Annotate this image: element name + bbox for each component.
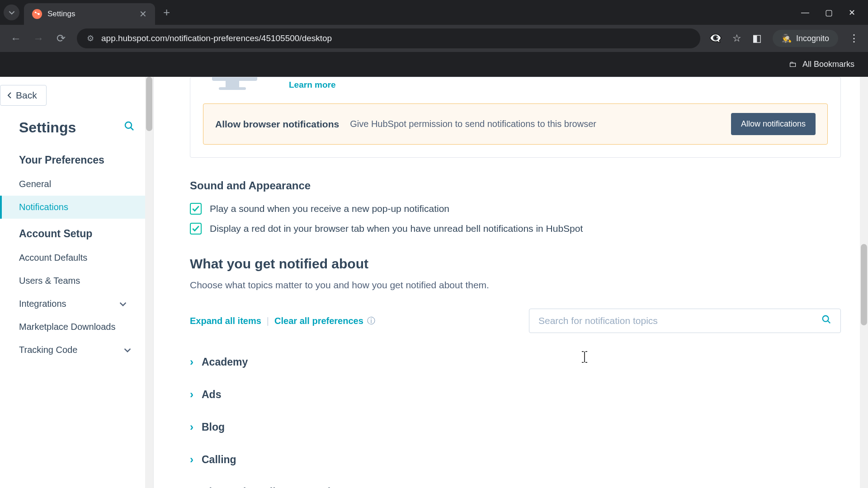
check-label: Play a sound when you receive a new pop-… xyxy=(210,203,449,214)
svg-point-5 xyxy=(823,316,829,322)
topic-label: Chat and email conversations xyxy=(202,486,349,488)
chevron-right-icon: › xyxy=(190,421,193,433)
checkbox-sound[interactable] xyxy=(190,203,202,215)
topic-label: Calling xyxy=(202,454,236,466)
address-bar: ← → ⟳ ⚙ app.hubspot.com/notification-pre… xyxy=(0,25,868,52)
sidebar-item-marketplace[interactable]: Marketplace Downloads xyxy=(0,315,146,338)
new-tab-button[interactable]: + xyxy=(163,5,170,19)
sidebar-item-integrations[interactable]: Integrations xyxy=(0,292,146,315)
search-icon[interactable] xyxy=(124,121,135,135)
controls-row: Expand all items | Clear all preferences… xyxy=(190,309,841,333)
allow-notifications-button[interactable]: Allow notifications xyxy=(731,113,816,135)
bookmarks-bar: 🗀 All Bookmarks xyxy=(0,52,868,77)
check-label: Display a red dot in your browser tab wh… xyxy=(210,223,583,234)
learn-more-link[interactable]: Learn more xyxy=(289,80,335,90)
eye-off-icon[interactable]: 👁‍🗨 xyxy=(709,33,722,44)
allow-notifications-alert: Allow browser notifications Give HubSpot… xyxy=(203,103,828,145)
svg-point-3 xyxy=(125,122,132,128)
chevron-right-icon: › xyxy=(190,356,193,368)
search-icon[interactable] xyxy=(821,314,831,327)
hubspot-favicon xyxy=(32,9,42,19)
search-input[interactable] xyxy=(538,315,821,326)
main-content: Learn more Allow browser notifications G… xyxy=(154,77,868,488)
back-button[interactable]: Back xyxy=(0,85,47,106)
sidebar-item-tracking-code[interactable]: Tracking Code xyxy=(0,338,146,361)
topic-label: Academy xyxy=(202,356,248,368)
minimize-icon[interactable]: — xyxy=(801,8,809,18)
settings-sidebar: Back Settings Your Preferences General N… xyxy=(0,77,154,488)
tab-search-button[interactable] xyxy=(4,5,19,20)
settings-title: Settings xyxy=(19,119,76,136)
all-bookmarks-link[interactable]: All Bookmarks xyxy=(802,60,854,69)
chevron-right-icon: › xyxy=(190,453,193,466)
svg-line-6 xyxy=(828,321,830,324)
sound-appearance-heading: Sound and Appearance xyxy=(190,179,841,192)
tab-bar: Settings ✕ + — ▢ ✕ xyxy=(0,0,868,25)
site-settings-icon[interactable]: ⚙ xyxy=(87,33,94,43)
checkbox-red-dot[interactable] xyxy=(190,223,202,235)
browser-menu-icon[interactable]: ⋮ xyxy=(849,33,859,44)
incognito-icon: 🕵 xyxy=(782,33,792,43)
maximize-icon[interactable]: ▢ xyxy=(825,8,833,18)
tab-close-icon[interactable]: ✕ xyxy=(139,9,147,19)
sidebar-item-account-defaults[interactable]: Account Defaults xyxy=(0,246,146,269)
chevron-left-icon xyxy=(7,92,12,99)
browser-notifications-card: Learn more Allow browser notifications G… xyxy=(190,77,841,158)
sidebar-item-users-teams[interactable]: Users & Teams xyxy=(0,269,146,292)
sidebar-scrollbar[interactable] xyxy=(145,77,153,488)
topic-chat-email[interactable]: › Chat and email conversations xyxy=(190,476,841,488)
topic-label: Blog xyxy=(202,421,225,433)
main-scrollbar[interactable] xyxy=(860,77,868,488)
topic-academy[interactable]: › Academy xyxy=(190,346,841,378)
chevron-right-icon: › xyxy=(190,388,193,401)
chevron-right-icon: › xyxy=(190,486,193,488)
topic-calling[interactable]: › Calling xyxy=(190,443,841,476)
notify-subtext: Choose what topics matter to you and how… xyxy=(190,280,841,291)
sidebar-item-general[interactable]: General xyxy=(0,173,146,196)
forward-icon[interactable]: → xyxy=(32,32,45,45)
reload-icon[interactable]: ⟳ xyxy=(54,32,68,45)
page-content: Back Settings Your Preferences General N… xyxy=(0,77,868,488)
chevron-down-icon xyxy=(124,347,131,354)
incognito-badge: 🕵 Incognito xyxy=(773,30,838,47)
alert-title: Allow browser notifications xyxy=(215,119,339,130)
svg-line-4 xyxy=(131,127,133,130)
sidebar-section-preferences: Your Preferences xyxy=(0,145,146,173)
close-window-icon[interactable]: ✕ xyxy=(849,8,855,18)
url-box[interactable]: ⚙ app.hubspot.com/notification-preferenc… xyxy=(77,28,700,48)
topic-blog[interactable]: › Blog xyxy=(190,411,841,443)
back-label: Back xyxy=(16,90,37,101)
browser-tab[interactable]: Settings ✕ xyxy=(24,3,155,25)
divider: | xyxy=(267,316,269,326)
info-icon[interactable]: ⓘ xyxy=(367,315,375,326)
url-text: app.hubspot.com/notification-preferences… xyxy=(101,33,690,43)
topic-label: Ads xyxy=(202,389,221,401)
tab-title: Settings xyxy=(47,9,134,19)
topic-ads[interactable]: › Ads xyxy=(190,378,841,411)
sidebar-item-notifications[interactable]: Notifications xyxy=(0,196,146,219)
window-controls: — ▢ ✕ xyxy=(801,8,864,18)
alert-text: Give HubSpot permission to send notifica… xyxy=(350,119,596,129)
chevron-down-icon xyxy=(119,300,127,308)
notify-about-heading: What you get notified about xyxy=(190,256,841,272)
check-row-sound: Play a sound when you receive a new pop-… xyxy=(190,203,841,215)
search-topics-box[interactable] xyxy=(529,309,841,333)
check-row-red-dot: Display a red dot in your browser tab wh… xyxy=(190,223,841,235)
expand-all-link[interactable]: Expand all items xyxy=(190,316,261,326)
clear-all-link[interactable]: Clear all preferences xyxy=(274,316,363,326)
side-panel-icon[interactable]: ◧ xyxy=(752,33,762,44)
incognito-label: Incognito xyxy=(796,34,829,43)
folder-icon: 🗀 xyxy=(789,60,797,69)
back-icon[interactable]: ← xyxy=(9,32,23,45)
browser-chrome: Settings ✕ + — ▢ ✕ ← → ⟳ ⚙ app.hubspot.c… xyxy=(0,0,868,77)
sidebar-section-account: Account Setup xyxy=(0,219,146,246)
bookmark-star-icon[interactable]: ☆ xyxy=(732,33,741,44)
